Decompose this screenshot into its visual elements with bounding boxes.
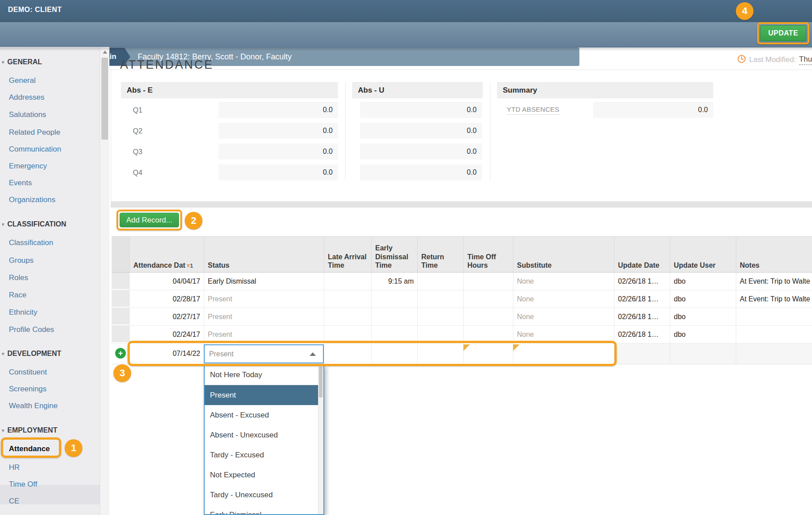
sidebar-item-time-off[interactable]: Time Off	[9, 480, 37, 489]
sidebar-section-general[interactable]: ▾ GENERAL	[2, 58, 42, 66]
time-off-hours-cell[interactable]	[463, 308, 513, 325]
status-option-early-dismissal[interactable]: Early Dismissal	[205, 505, 323, 515]
status-option-absent-excused[interactable]: Absent - Excused	[205, 405, 323, 425]
attendance-date-cell[interactable]: 02/27/17	[129, 308, 204, 325]
scrollbar-thumb[interactable]	[101, 58, 108, 140]
column-header-time-off-hours[interactable]: Time Off Hours	[463, 237, 513, 272]
column-header-status[interactable]: Status	[204, 237, 324, 272]
substitute-cell[interactable]	[513, 343, 614, 364]
status-option-present[interactable]: Present	[205, 385, 323, 405]
status-cell[interactable]: Present	[204, 326, 324, 343]
ytd-absences-label[interactable]: YTD ABSENCES	[507, 105, 559, 115]
sidebar-item-salutations[interactable]: Salutations	[9, 110, 46, 119]
notes-cell[interactable]	[736, 308, 812, 325]
status-option-tardy-excused[interactable]: Tardy - Excused	[205, 445, 323, 465]
column-header-early-dismissal[interactable]: Early Dismissal Time	[371, 237, 417, 272]
return-time-cell[interactable]	[417, 273, 463, 290]
time-off-hours-cell[interactable]	[463, 326, 513, 343]
notes-cell[interactable]	[736, 343, 812, 364]
sidebar-scrollbar[interactable]	[100, 47, 109, 515]
status-option-tardy-unexcused[interactable]: Tardy - Unexcused	[205, 485, 323, 505]
last-modified-value[interactable]: Thu	[799, 55, 812, 65]
late-arrival-cell[interactable]	[324, 326, 371, 343]
early-dismissal-cell[interactable]	[371, 326, 417, 343]
status-cell[interactable]: Present	[204, 308, 324, 325]
sidebar-item-emergency[interactable]: Emergency	[9, 162, 47, 171]
sidebar-item-attendance[interactable]: Attendance	[9, 445, 50, 453]
attendance-date-cell[interactable]: 04/04/17	[129, 273, 204, 290]
next-record-icon[interactable]: »	[712, 51, 719, 62]
sidebar-section-employment[interactable]: ▾ EMPLOYMENT	[2, 426, 57, 434]
sidebar-item-race[interactable]: Race	[9, 291, 27, 300]
sidebar-item-groups[interactable]: Groups	[9, 256, 34, 265]
sidebar-item-profile-codes[interactable]: Profile Codes	[9, 325, 54, 334]
sidebar-item-constituent[interactable]: Constituent	[9, 368, 47, 377]
late-arrival-cell[interactable]	[324, 343, 371, 364]
late-arrival-cell[interactable]	[324, 308, 371, 325]
substitute-cell[interactable]: None	[513, 308, 614, 325]
early-dismissal-cell[interactable]	[371, 308, 417, 325]
status-cell[interactable]: Present	[204, 290, 324, 308]
time-off-hours-cell[interactable]	[463, 343, 513, 364]
return-time-cell[interactable]	[417, 308, 463, 325]
dropdown-scrollbar[interactable]	[318, 365, 323, 514]
sidebar-item-organizations[interactable]: Organizations	[9, 195, 55, 204]
sidebar-item-communication[interactable]: Communication	[9, 145, 61, 154]
notes-cell[interactable]	[736, 326, 812, 343]
row-selector-cell[interactable]	[112, 326, 129, 343]
attendance-date-input[interactable]: 07/14/22	[129, 343, 204, 364]
column-header-return-time[interactable]: Return Time	[417, 237, 463, 272]
column-header-update-date[interactable]: Update Date	[614, 237, 670, 272]
substitute-cell[interactable]: None	[513, 326, 614, 343]
row-selector-cell[interactable]	[112, 308, 129, 325]
return-time-cell[interactable]	[417, 343, 463, 364]
sidebar-item-events[interactable]: Events	[9, 179, 32, 187]
early-dismissal-cell[interactable]: 9:15 am	[371, 273, 417, 290]
update-button[interactable]: UPDATE	[760, 25, 806, 41]
status-option-not-expected[interactable]: Not Expected	[205, 465, 323, 485]
attendance-date-cell[interactable]: 02/24/17	[129, 326, 204, 343]
sidebar-section-classification[interactable]: ▾ CLASSIFICATION	[2, 220, 66, 228]
sidebar-item-addresses[interactable]: Addresses	[9, 93, 44, 102]
row-selector-cell[interactable]	[112, 290, 129, 308]
early-dismissal-cell[interactable]	[371, 343, 417, 364]
sidebar-item-related-people[interactable]: Related People	[9, 128, 60, 137]
prev-record-icon[interactable]: «	[685, 51, 691, 62]
status-dropdown-input[interactable]: Present	[204, 344, 324, 363]
sidebar-section-development[interactable]: ▾ DEVELOPMENT	[2, 350, 61, 358]
column-header-update-user[interactable]: Update User	[670, 237, 736, 272]
add-row-icon[interactable]: +	[115, 348, 126, 359]
scrollbar-thumb[interactable]	[319, 367, 322, 398]
column-header-late-arrival[interactable]: Late Arrival Time	[324, 237, 371, 272]
sidebar-item-ethnicity[interactable]: Ethnicity	[9, 308, 37, 317]
time-off-hours-cell[interactable]	[463, 290, 513, 308]
status-option-not-here-today[interactable]: Not Here Today	[205, 365, 323, 385]
sidebar-item-wealth-engine[interactable]: Wealth Engine	[9, 402, 58, 410]
sidebar-item-ce[interactable]: CE	[9, 497, 19, 506]
column-header-attendance-date[interactable]: Attendance Dat«1	[129, 237, 204, 272]
scroll-up-icon[interactable]	[103, 51, 107, 54]
attendance-date-cell[interactable]: 02/28/17	[129, 290, 204, 308]
substitute-cell[interactable]: None	[513, 273, 614, 290]
sidebar-item-roles[interactable]: Roles	[9, 273, 28, 282]
notes-cell[interactable]: At Event: Trip to Walte	[736, 290, 812, 308]
sidebar-item-classification[interactable]: Classification	[9, 238, 53, 247]
return-time-cell[interactable]	[417, 290, 463, 308]
add-record-button[interactable]: Add Record...	[120, 213, 179, 227]
column-header-notes[interactable]: Notes	[736, 237, 812, 272]
status-option-absent-unexcused[interactable]: Absent - Unexcused	[205, 425, 323, 445]
sidebar-item-hr[interactable]: HR	[9, 463, 20, 472]
late-arrival-cell[interactable]	[324, 273, 371, 290]
dropdown-collapse-arrow-icon[interactable]	[310, 352, 316, 356]
column-header-substitute[interactable]: Substitute	[513, 237, 614, 272]
notes-cell[interactable]: At Event: Trip to Walte	[736, 273, 812, 290]
row-selector-cell[interactable]	[112, 273, 129, 290]
return-time-cell[interactable]	[417, 326, 463, 343]
sidebar-item-screenings[interactable]: Screenings	[9, 385, 47, 394]
late-arrival-cell[interactable]	[324, 290, 371, 308]
time-off-hours-cell[interactable]	[463, 273, 513, 290]
substitute-cell[interactable]: None	[513, 290, 614, 308]
status-cell[interactable]: Early Dismissal	[204, 273, 324, 290]
sidebar-item-general[interactable]: General	[9, 76, 35, 85]
early-dismissal-cell[interactable]	[371, 290, 417, 308]
